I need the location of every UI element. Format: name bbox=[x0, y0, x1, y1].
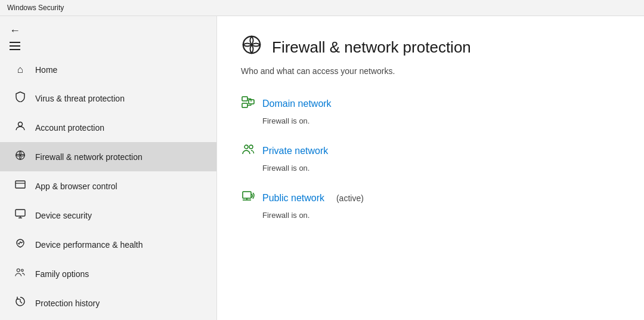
public-network-link[interactable]: Public network bbox=[262, 193, 324, 204]
svg-rect-19 bbox=[243, 192, 251, 198]
domain-network-status: Firewall is on. bbox=[262, 116, 620, 125]
sidebar-item-family-label: Family options bbox=[35, 269, 89, 279]
domain-network-icon bbox=[241, 95, 255, 113]
svg-rect-11 bbox=[242, 103, 247, 107]
sidebar-item-devicehealth-label: Device performance & health bbox=[35, 240, 143, 250]
sidebar-item-account-label: Account protection bbox=[35, 123, 104, 133]
page-header-icon bbox=[241, 34, 262, 60]
svg-rect-10 bbox=[242, 97, 247, 101]
sidebar-nav: ⌂ Home Virus & threat protection bbox=[0, 56, 216, 318]
shield-icon bbox=[14, 91, 27, 105]
hamburger-line-2 bbox=[10, 45, 20, 47]
svg-point-8 bbox=[21, 269, 23, 272]
sidebar-item-family[interactable]: Family options bbox=[0, 259, 216, 288]
sidebar-item-appbrowser-label: App & browser control bbox=[35, 181, 117, 191]
hamburger-line-3 bbox=[10, 49, 20, 50]
sidebar-item-devicesecurity[interactable]: Device security bbox=[0, 201, 216, 230]
private-network-section: Private network Firewall is on. bbox=[241, 142, 620, 173]
devicehealth-icon bbox=[14, 238, 27, 251]
appbrowser-icon bbox=[14, 179, 27, 193]
sidebar-item-virus-label: Virus & threat protection bbox=[35, 94, 125, 103]
hamburger-menu[interactable] bbox=[10, 42, 207, 50]
sidebar-item-virus[interactable]: Virus & threat protection bbox=[0, 84, 216, 113]
svg-rect-2 bbox=[16, 181, 25, 188]
app-title: Windows Security bbox=[7, 4, 64, 12]
back-button[interactable]: ← bbox=[10, 22, 20, 39]
hamburger-line-1 bbox=[10, 42, 20, 43]
sidebar-item-home[interactable]: ⌂ Home bbox=[0, 56, 216, 84]
svg-point-17 bbox=[244, 145, 248, 149]
back-icon: ← bbox=[10, 24, 20, 37]
sidebar-item-firewall-label: Firewall & network protection bbox=[35, 152, 143, 162]
svg-rect-4 bbox=[16, 210, 25, 216]
sidebar-item-account[interactable]: Account protection bbox=[0, 113, 216, 142]
sidebar-item-home-label: Home bbox=[35, 65, 57, 75]
home-icon: ⌂ bbox=[14, 64, 27, 76]
public-network-active-badge: (active) bbox=[334, 193, 364, 203]
page-header: Firewall & network protection bbox=[241, 34, 620, 60]
history-icon bbox=[14, 296, 27, 310]
page-title: Firewall & network protection bbox=[272, 38, 471, 57]
sidebar-item-devicehealth[interactable]: Device performance & health bbox=[0, 230, 216, 259]
sidebar-item-firewall[interactable]: Firewall & network protection bbox=[0, 142, 216, 171]
sidebar: ← ⌂ Home Virus & threat protec bbox=[0, 16, 217, 320]
account-icon bbox=[14, 121, 27, 134]
private-network-link[interactable]: Private network bbox=[262, 146, 328, 156]
devicesecurity-icon bbox=[14, 208, 27, 222]
svg-point-18 bbox=[249, 145, 253, 149]
sidebar-item-history[interactable]: Protection history bbox=[0, 288, 216, 318]
sidebar-item-history-label: Protection history bbox=[35, 299, 100, 308]
public-network-icon bbox=[241, 189, 255, 207]
private-network-icon bbox=[241, 142, 255, 160]
domain-network-header: Domain network bbox=[241, 95, 620, 113]
domain-network-section: Domain network Firewall is on. bbox=[241, 95, 620, 125]
svg-point-0 bbox=[18, 122, 23, 127]
public-network-header: Public network (active) bbox=[241, 189, 620, 207]
public-network-section: Public network (active) Firewall is on. bbox=[241, 189, 620, 220]
svg-point-7 bbox=[17, 269, 20, 272]
sidebar-item-devicesecurity-label: Device security bbox=[35, 211, 92, 220]
domain-network-link[interactable]: Domain network bbox=[262, 99, 332, 109]
app-body: ← ⌂ Home Virus & threat protec bbox=[0, 16, 644, 320]
public-network-status: Firewall is on. bbox=[262, 211, 620, 220]
main-content: Firewall & network protection Who and wh… bbox=[217, 16, 644, 320]
family-icon bbox=[14, 267, 27, 281]
firewall-icon bbox=[14, 150, 27, 164]
sidebar-top: ← bbox=[0, 16, 216, 54]
page-subtitle: Who and what can access your networks. bbox=[241, 66, 620, 76]
sidebar-item-appbrowser[interactable]: App & browser control bbox=[0, 171, 216, 201]
private-network-header: Private network bbox=[241, 142, 620, 160]
title-bar: Windows Security bbox=[0, 0, 644, 16]
private-network-status: Firewall is on. bbox=[262, 164, 620, 173]
